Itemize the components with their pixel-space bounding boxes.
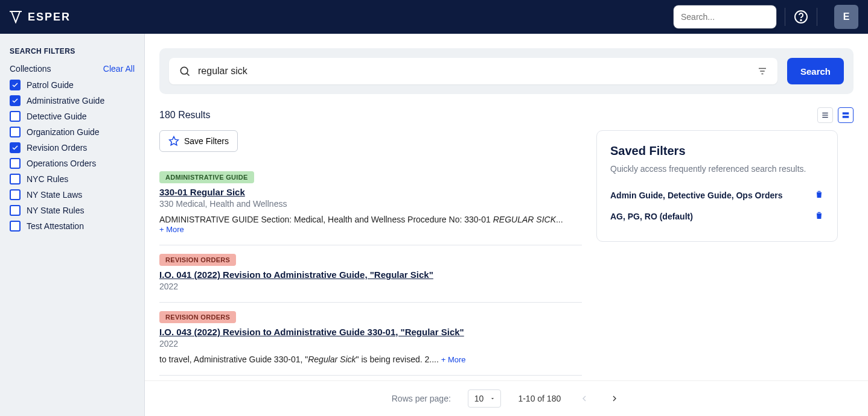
svg-rect-13 (843, 112, 849, 115)
result-badge: REVISION ORDERS (159, 311, 236, 323)
rows-per-page-value: 10 (474, 394, 484, 403)
saved-filter-row[interactable]: AG, PG, RO (default) (610, 206, 824, 227)
checkbox[interactable] (10, 95, 21, 106)
checkbox[interactable] (10, 221, 21, 232)
view-list-button[interactable] (817, 107, 833, 123)
search-button[interactable]: Search (787, 58, 844, 84)
result-subtitle: 2022 (159, 339, 582, 348)
saved-filter-row[interactable]: Admin Guide, Detective Guide, Ops Orders (610, 184, 824, 206)
collection-checkbox-item[interactable]: Organization Guide (10, 127, 135, 137)
svg-line-6 (187, 74, 190, 76)
save-filters-button[interactable]: Save Filters (159, 130, 238, 152)
saved-filter-label: AG, PG, RO (default) (610, 212, 693, 221)
filter-icon[interactable] (757, 66, 768, 77)
collection-checkbox-item[interactable]: Operations Orders (10, 158, 135, 169)
save-filters-label: Save Filters (184, 136, 229, 146)
saved-filters-list: Admin Guide, Detective Guide, Ops Orders… (610, 184, 824, 227)
pagination: Rows per page: 10 1-10 of 180 (145, 380, 868, 416)
search-input[interactable] (198, 66, 757, 77)
result-item: REVISION ORDERSI.O. 043 (2022) Revision … (159, 303, 582, 376)
clear-all-link[interactable]: Clear All (103, 64, 135, 74)
view-card-button[interactable] (838, 107, 854, 123)
results-list: ADMINISTRATIVE GUIDE330-01 Regular Sick3… (159, 163, 582, 407)
result-title-link[interactable]: I.O. 041 (2022) Revision to Administrati… (159, 269, 433, 280)
checkbox[interactable] (10, 111, 21, 122)
brand-logo[interactable]: ESPER (10, 10, 71, 24)
checkbox-label: NY State Rules (27, 206, 84, 215)
collections-checklist: Patrol GuideAdministrative GuideDetectiv… (10, 80, 135, 232)
collection-checkbox-item[interactable]: NYC Rules (10, 174, 135, 184)
brand-text: ESPER (28, 11, 71, 24)
result-title-link[interactable]: I.O. 043 (2022) Revision to Administrati… (159, 327, 464, 337)
sidebar: SEARCH FILTERS Collections Clear All Pat… (0, 34, 145, 416)
checkbox-label: Test Attestation (27, 221, 84, 231)
svg-point-5 (180, 67, 188, 74)
results-column: Save Filters ADMINISTRATIVE GUIDE330-01 … (159, 130, 582, 407)
result-badge: REVISION ORDERS (159, 254, 236, 266)
next-page-button[interactable] (608, 392, 621, 405)
checkbox[interactable] (10, 142, 21, 153)
checkbox-label: Organization Guide (27, 127, 100, 137)
svg-marker-15 (170, 137, 179, 145)
result-subtitle: 330 Medical, Health and Wellness (159, 199, 582, 209)
saved-filters-column: Saved Filters Quickly access frequently … (596, 130, 838, 407)
saved-filters-card: Saved Filters Quickly access frequently … (596, 130, 838, 242)
sidebar-section-label: Collections (10, 64, 51, 74)
sidebar-title: SEARCH FILTERS (10, 47, 135, 55)
checkbox-label: Detective Guide (27, 112, 87, 121)
checkbox[interactable] (10, 189, 21, 200)
result-title-link[interactable]: 330-01 Regular Sick (159, 187, 245, 197)
avatar-initial: E (843, 11, 850, 22)
checkbox-label: Patrol Guide (27, 80, 74, 90)
saved-filters-subtitle: Quickly access frequently referenced sea… (610, 164, 824, 174)
result-subtitle: 2022 (159, 282, 582, 291)
search-box[interactable] (169, 58, 777, 84)
checkbox[interactable] (10, 174, 21, 184)
checkbox-label: Administrative Guide (27, 96, 104, 106)
global-search-input[interactable] (674, 12, 794, 22)
results-count: 180 Results (159, 110, 211, 121)
avatar[interactable]: E (834, 5, 858, 29)
result-badge: ADMINISTRATIVE GUIDE (159, 171, 254, 183)
result-item: ADMINISTRATIVE GUIDE330-01 Regular Sick3… (159, 163, 582, 245)
collection-checkbox-item[interactable]: Revision Orders (10, 142, 135, 153)
result-snippet: to travel, Administrative Guide 330-01, … (159, 355, 582, 364)
main-content: Search 180 Results Save Filters ADMINIST… (145, 34, 868, 416)
checkbox-label: NY State Laws (27, 190, 82, 200)
header-divider-2 (817, 8, 817, 26)
page-range: 1-10 of 180 (518, 394, 561, 403)
rows-per-page-select[interactable]: 10 (468, 389, 502, 408)
collection-checkbox-item[interactable]: Detective Guide (10, 111, 135, 122)
result-snippet: ADMINISTRATIVE GUIDE Section: Medical, H… (159, 215, 582, 234)
global-search[interactable] (674, 5, 776, 28)
collection-checkbox-item[interactable]: Test Attestation (10, 221, 135, 232)
checkbox[interactable] (10, 80, 21, 90)
svg-rect-14 (843, 116, 849, 118)
collection-checkbox-item[interactable]: Patrol Guide (10, 80, 135, 90)
rows-per-page-label: Rows per page: (392, 394, 451, 403)
search-bar-container: Search (159, 48, 854, 94)
search-icon (179, 65, 191, 77)
app-header: ESPER E (0, 0, 868, 34)
more-link[interactable]: + More (441, 355, 466, 364)
checkbox[interactable] (10, 158, 21, 169)
caret-down-icon (490, 396, 496, 402)
saved-filter-label: Admin Guide, Detective Guide, Ops Orders (610, 191, 783, 200)
checkbox[interactable] (10, 205, 21, 216)
prev-page-button[interactable] (578, 392, 591, 405)
brand-mark-icon (10, 10, 22, 24)
view-toggles (817, 107, 854, 123)
more-link[interactable]: + More (159, 225, 184, 234)
help-icon[interactable] (794, 10, 808, 24)
collection-checkbox-item[interactable]: NY State Rules (10, 205, 135, 216)
trash-icon[interactable] (814, 210, 824, 220)
checkbox-label: NYC Rules (27, 174, 68, 184)
checkbox[interactable] (10, 127, 21, 137)
star-outline-icon (168, 136, 179, 147)
trash-icon[interactable] (814, 189, 824, 199)
checkbox-label: Operations Orders (27, 159, 96, 168)
collection-checkbox-item[interactable]: Administrative Guide (10, 95, 135, 106)
saved-filters-title: Saved Filters (610, 144, 824, 158)
collection-checkbox-item[interactable]: NY State Laws (10, 189, 135, 200)
checkbox-label: Revision Orders (27, 143, 87, 153)
